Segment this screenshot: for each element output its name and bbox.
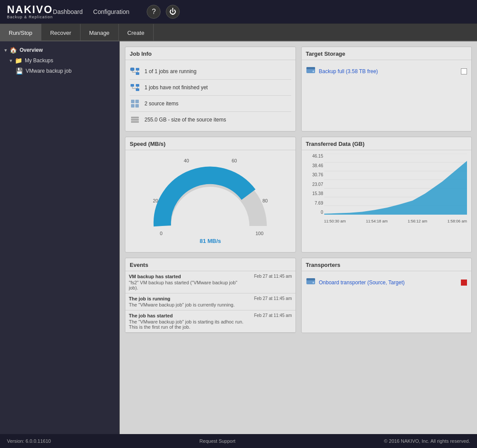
storage-item-0: Backup full (3.58 TB free): [306, 64, 467, 79]
gauge-label-0: 0: [160, 231, 162, 236]
job-info-text-2: 2 source items: [144, 101, 178, 107]
x-label-0: 11:50:30 am: [324, 219, 346, 223]
transporter-link-0[interactable]: Onboard transporter (Source, Target): [319, 280, 405, 286]
event-1-time: Feb 27 at 11:45 am: [251, 293, 296, 310]
events-table: VM backup has started "fs2" VM backup ha…: [125, 271, 296, 333]
nav-dashboard[interactable]: Dashboard: [53, 8, 83, 15]
svg-rect-18: [131, 119, 139, 121]
job-info-panel: Job Info 1 of 1 jobs are running 1 jobs …: [125, 47, 296, 131]
job-info-text-0: 1 of 1 jobs are running: [144, 68, 196, 74]
svg-rect-8: [136, 84, 139, 87]
storage-checkbox-0[interactable]: [461, 68, 467, 74]
expand-arrow: ▼: [3, 48, 8, 53]
version-label: Version: 6.0.0.11610: [7, 438, 51, 444]
event-1-desc: The "VMware backup job" job is currently…: [129, 302, 247, 307]
job-info-row-0: 1 of 1 jobs are running: [130, 64, 291, 80]
sidebar: ▼ 🏠 Overview ▼ 📁 My Backups 💾 VMware bac…: [0, 41, 120, 434]
x-label-1: 11:54:18 am: [366, 219, 388, 223]
svg-point-23: [180, 195, 241, 235]
manage-button[interactable]: Manage: [81, 24, 119, 41]
speed-body: 40 60: [125, 150, 296, 252]
job-info-row-1: 1 jobs have not finished yet: [130, 80, 291, 96]
logo-name: NAKIVO: [7, 4, 53, 15]
job-info-body: 1 of 1 jobs are running 1 jobs have not …: [125, 60, 296, 131]
run-stop-button[interactable]: Run/Stop: [0, 24, 41, 41]
events-title: Events: [125, 258, 296, 271]
y-label-3: 23.07: [306, 182, 323, 187]
gauge-label-60: 60: [232, 158, 237, 163]
overview-label: Overview: [20, 47, 43, 53]
transferred-data-title: Transferred Data (GB): [302, 137, 472, 150]
job-info-row-2: 2 source items: [130, 96, 291, 112]
job-info-text-1: 1 jobs have not finished yet: [144, 84, 208, 91]
content-area: Job Info 1 of 1 jobs are running 1 jobs …: [120, 41, 477, 434]
y-label-4: 30.76: [306, 172, 323, 177]
event-0-title: VM backup has started: [129, 274, 247, 279]
main-nav: Dashboard Configuration ? ⏻: [53, 5, 180, 19]
speed-panel: Speed (MB/s) 40 60: [125, 137, 296, 253]
svg-rect-15: [131, 104, 134, 108]
sidebar-item-mybackups[interactable]: ▼ 📁 My Backups: [0, 55, 119, 66]
footer: Version: 6.0.0.11610 Request Support © 2…: [0, 434, 477, 448]
toolbar: Run/Stop Recover Manage Create: [0, 24, 477, 41]
gauge-label-20: 20: [153, 198, 158, 203]
event-row-0: VM backup has started "fs2" VM backup ha…: [125, 271, 296, 293]
svg-rect-6: [136, 72, 139, 75]
folder-icon: 📁: [15, 57, 22, 64]
svg-rect-34: [306, 278, 315, 280]
main-layout: ▼ 🏠 Overview ▼ 📁 My Backups 💾 VMware bac…: [0, 41, 477, 434]
y-label-5: 38.46: [306, 163, 323, 168]
mybackups-label: My Backups: [25, 57, 53, 64]
svg-rect-14: [135, 100, 139, 103]
sidebar-item-vmware-job[interactable]: 💾 VMware backup job: [0, 66, 119, 76]
job-pending-icon: [130, 82, 140, 93]
transporters-body: Onboard transporter (Source, Target): [302, 271, 472, 293]
y-label-1: 7.69: [306, 201, 323, 205]
speed-title: Speed (MB/s): [125, 137, 296, 150]
event-2-title: The job has started: [129, 313, 247, 318]
svg-rect-2: [136, 68, 139, 71]
events-body: VM backup has started "fs2" VM backup ha…: [125, 271, 296, 333]
support-link[interactable]: Request Support: [199, 438, 235, 444]
gauge-label-80: 80: [262, 198, 268, 203]
vmware-icon: 💾: [16, 67, 23, 74]
create-button[interactable]: Create: [119, 24, 154, 41]
event-2-desc: The "VMware backup job" job is starting …: [129, 319, 247, 330]
svg-marker-32: [324, 161, 467, 215]
logo-tagline: Backup & Replication: [7, 15, 53, 19]
event-row-2: The job has started The "VMware backup j…: [125, 310, 296, 333]
svg-rect-16: [135, 104, 139, 108]
event-row-1: The job is running The "VMware backup jo…: [125, 293, 296, 310]
svg-rect-19: [131, 121, 139, 123]
y-label-0: 0: [306, 210, 323, 215]
content-grid: Job Info 1 of 1 jobs are running 1 jobs …: [125, 47, 472, 333]
events-panel: Events VM backup has started "fs2" VM ba…: [125, 258, 296, 333]
speed-value: 81 MB/s: [149, 238, 271, 244]
recover-button[interactable]: Recover: [41, 24, 80, 41]
gauge-container: 40 60: [130, 154, 291, 249]
speed-gauge-svg: [149, 165, 271, 235]
transferred-data-panel: Transferred Data (GB) 0 7.69 15.38 23.07…: [301, 137, 472, 253]
storage-size-icon: [130, 115, 140, 125]
event-0-desc: "fs2" VM backup has started ("VMware bac…: [129, 280, 247, 290]
svg-rect-21: [306, 67, 315, 69]
power-button[interactable]: ⏻: [166, 5, 180, 19]
sidebar-item-overview[interactable]: ▼ 🏠 Overview: [0, 45, 119, 55]
transporters-title: Transporters: [302, 258, 472, 271]
home-icon: 🏠: [10, 47, 17, 54]
event-1-title: The job is running: [129, 296, 247, 301]
svg-point-22: [312, 71, 314, 72]
help-button[interactable]: ?: [147, 5, 161, 19]
target-storage-title: Target Storage: [302, 47, 472, 60]
svg-rect-7: [131, 84, 134, 87]
event-0-time: Feb 27 at 11:45 am: [251, 271, 296, 293]
storage-link-0[interactable]: Backup full (3.58 TB free): [319, 68, 378, 74]
transferred-data-chart: 0 7.69 15.38 23.07 30.76 38.46 46.15: [306, 154, 467, 223]
gauge-label-40: 40: [184, 158, 189, 163]
transporter-item-0: Onboard transporter (Source, Target): [306, 275, 467, 290]
chart-svg: [324, 154, 467, 215]
transporter-icon: [306, 277, 316, 287]
job-info-title: Job Info: [125, 47, 296, 60]
nav-configuration[interactable]: Configuration: [93, 8, 129, 15]
transferred-data-body: 0 7.69 15.38 23.07 30.76 38.46 46.15: [302, 150, 472, 227]
